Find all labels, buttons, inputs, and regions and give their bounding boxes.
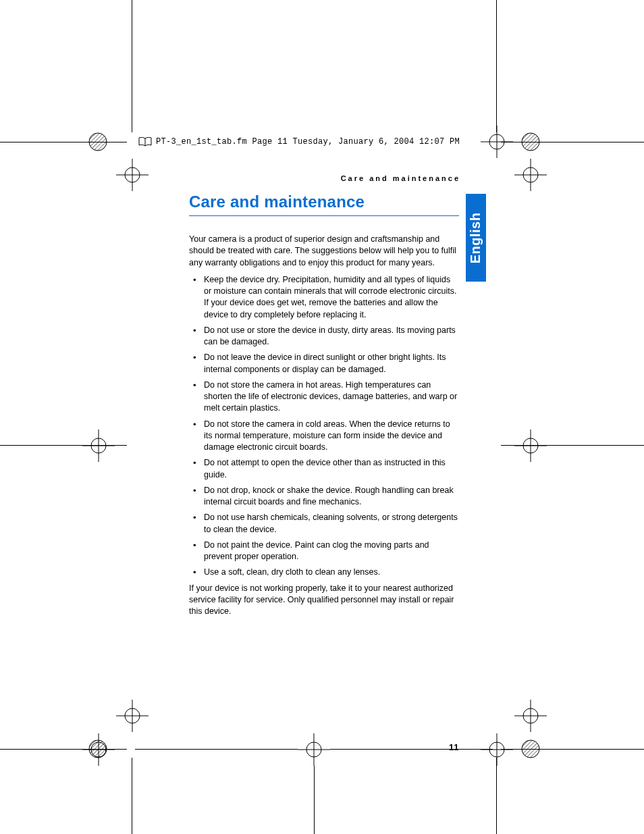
page-number: 11 xyxy=(449,742,458,752)
svg-point-6 xyxy=(523,167,538,182)
crosshatch-mark-icon xyxy=(88,132,107,151)
crosshatch-mark-icon xyxy=(88,739,107,758)
heading-rule xyxy=(189,215,459,216)
registration-mark-icon xyxy=(82,429,115,462)
svg-point-0 xyxy=(125,167,140,182)
registration-mark-icon xyxy=(481,126,513,158)
book-icon xyxy=(138,137,152,147)
registration-mark-icon xyxy=(514,159,547,191)
crosshatch-mark-icon xyxy=(521,739,540,758)
svg-point-18 xyxy=(125,708,140,723)
list-item: Do not drop, knock or shake the device. … xyxy=(189,485,459,509)
svg-point-31 xyxy=(89,133,107,151)
page-heading: Care and maintenance xyxy=(189,192,459,211)
registration-mark-icon xyxy=(514,700,547,732)
registration-mark-icon xyxy=(481,733,513,766)
list-item: Keep the device dry. Precipitation, humi… xyxy=(189,274,459,321)
outro-paragraph: If your device is not working properly, … xyxy=(189,583,459,618)
registration-mark-icon xyxy=(116,159,149,191)
bullet-list: Keep the device dry. Precipitation, humi… xyxy=(189,274,459,579)
svg-point-32 xyxy=(522,133,539,151)
list-item: Do not paint the device. Paint can clog … xyxy=(189,540,459,563)
svg-point-24 xyxy=(523,708,538,723)
svg-point-21 xyxy=(489,742,504,757)
registration-mark-icon xyxy=(298,733,330,766)
svg-point-9 xyxy=(91,438,106,453)
list-item: Use a soft, clean, dry cloth to clean an… xyxy=(189,567,459,578)
svg-point-33 xyxy=(89,740,107,758)
svg-point-3 xyxy=(489,134,504,149)
page-content: Care and maintenance Your camera is a pr… xyxy=(189,192,459,623)
language-tab: English xyxy=(466,194,486,282)
list-item: Do not use or store the device in dusty,… xyxy=(189,325,459,348)
language-tab-label: English xyxy=(468,212,484,263)
list-item: Do not store the camera in hot areas. Hi… xyxy=(189,380,459,415)
svg-point-27 xyxy=(306,742,321,757)
slug-text: PT-3_en_1st_tab.fm Page 11 Tuesday, Janu… xyxy=(156,137,460,147)
list-item: Do not store the camera in cold areas. W… xyxy=(189,419,459,454)
intro-paragraph: Your camera is a product of superior des… xyxy=(189,234,459,269)
list-item: Do not leave the device in direct sunlig… xyxy=(189,352,459,375)
registration-mark-icon xyxy=(82,733,115,766)
svg-point-15 xyxy=(91,742,106,757)
crosshatch-mark-icon xyxy=(521,132,540,151)
registration-mark-icon xyxy=(116,700,149,732)
svg-point-34 xyxy=(522,740,539,758)
svg-point-12 xyxy=(523,438,538,453)
registration-mark-icon xyxy=(514,429,547,462)
list-item: Do not attempt to open the device other … xyxy=(189,457,459,481)
running-header: Care and maintenance xyxy=(341,174,460,182)
file-slug: PT-3_en_1st_tab.fm Page 11 Tuesday, Janu… xyxy=(138,137,460,147)
list-item: Do not use harsh chemicals, cleaning sol… xyxy=(189,512,459,536)
